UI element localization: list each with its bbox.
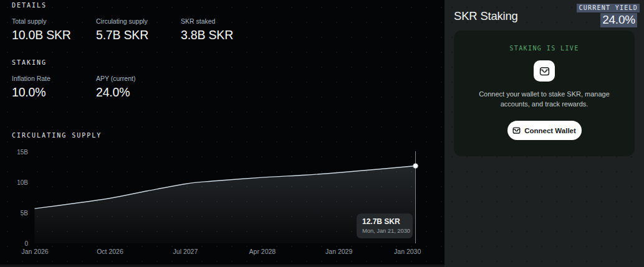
connect-wallet-label: Connect Wallet xyxy=(524,127,576,134)
staking-card: STAKING IS LIVE Connect your wallet to s… xyxy=(454,30,635,156)
wallet-icon xyxy=(512,126,521,134)
x-axis-tick: Jan 2030 xyxy=(394,248,421,255)
chart-tooltip: 12.7B SKR Mon, Jan 21, 2030 xyxy=(357,213,413,238)
wallet-icon xyxy=(539,66,550,77)
y-axis-tick: 15B xyxy=(17,149,28,156)
y-axis-tick: 0 xyxy=(24,240,28,247)
connect-wallet-button[interactable]: Connect Wallet xyxy=(507,121,582,140)
wallet-icon-tile xyxy=(534,60,555,82)
chart-marker-dot xyxy=(413,164,418,169)
x-axis-tick: Jul 2027 xyxy=(173,248,198,255)
y-axis-tick: 5B xyxy=(21,210,29,217)
tooltip-value: 12.7B SKR xyxy=(362,217,407,226)
tooltip-date: Mon, Jan 21, 2030 xyxy=(362,227,407,235)
skr-staking-panel: SKR Staking CURRENT YIELD 24.0% STAKING … xyxy=(445,0,644,267)
x-axis-tick: Jan 2029 xyxy=(325,248,352,255)
current-yield-group: CURRENT YIELD 24.0% xyxy=(577,1,640,27)
card-description: Connect your wallet to stake SKR, manage… xyxy=(474,90,614,109)
x-axis-tick: Jan 2026 xyxy=(22,248,49,255)
panel-title: SKR Staking xyxy=(454,9,518,23)
market-overview-section: DETAILS Total supply 10.0B SKR Circulati… xyxy=(0,0,445,265)
current-yield-badge: CURRENT YIELD xyxy=(577,4,640,12)
x-axis-tick: Oct 2026 xyxy=(97,248,123,255)
x-axis-tick: Apr 2028 xyxy=(249,248,276,255)
y-axis-tick: 10B xyxy=(17,179,28,186)
staking-live-status: STAKING IS LIVE xyxy=(454,45,635,52)
current-yield-value: 24.0% xyxy=(600,13,637,27)
